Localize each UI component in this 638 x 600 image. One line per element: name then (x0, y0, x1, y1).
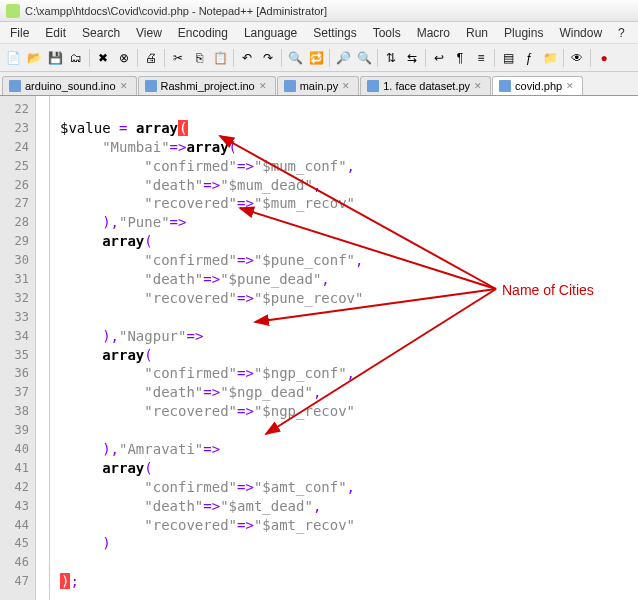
menu-settings[interactable]: Settings (305, 24, 364, 42)
line-number: 28 (0, 213, 29, 232)
undo-icon[interactable]: ↶ (237, 48, 257, 68)
code-line[interactable]: ),"Amravati"=> (60, 440, 638, 459)
code-line[interactable]: ) (60, 534, 638, 553)
code-line[interactable]: "recovered"=>"$amt_recov" (60, 516, 638, 535)
menu-tools[interactable]: Tools (365, 24, 409, 42)
line-number: 30 (0, 251, 29, 270)
open-file-icon[interactable]: 📂 (24, 48, 44, 68)
show-all-chars-icon[interactable]: ¶ (450, 48, 470, 68)
find-icon[interactable]: 🔍 (285, 48, 305, 68)
menu-language[interactable]: Language (236, 24, 305, 42)
code-line[interactable]: "confirmed"=>"$amt_conf", (60, 478, 638, 497)
menu-file[interactable]: File (2, 24, 37, 42)
tab-close-icon[interactable]: ✕ (566, 81, 576, 91)
func-list-icon[interactable]: ƒ (519, 48, 539, 68)
file-icon (145, 80, 157, 92)
line-number: 37 (0, 383, 29, 402)
menu-search[interactable]: Search (74, 24, 128, 42)
code-line[interactable]: "death"=>"$ngp_dead", (60, 383, 638, 402)
code-line[interactable] (60, 100, 638, 119)
code-line[interactable]: "death"=>"$amt_dead", (60, 497, 638, 516)
code-line[interactable]: array( (60, 459, 638, 478)
print-icon[interactable]: 🖨 (141, 48, 161, 68)
tab-rashmi-project-ino[interactable]: Rashmi_project.ino✕ (138, 76, 276, 95)
zoom-in-icon[interactable]: 🔎 (333, 48, 353, 68)
menu-view[interactable]: View (128, 24, 170, 42)
tab-close-icon[interactable]: ✕ (474, 81, 484, 91)
doc-map-icon[interactable]: ▤ (498, 48, 518, 68)
line-number: 43 (0, 497, 29, 516)
save-all-icon[interactable]: 🗂 (66, 48, 86, 68)
code-line[interactable] (60, 421, 638, 440)
line-number: 32 (0, 289, 29, 308)
zoom-out-icon[interactable]: 🔍 (354, 48, 374, 68)
code-line[interactable] (60, 553, 638, 572)
code-line[interactable]: "confirmed"=>"$mum_conf", (60, 157, 638, 176)
folder-icon[interactable]: 📁 (540, 48, 560, 68)
code-line[interactable]: "Mumbai"=>array( (60, 138, 638, 157)
monitor-icon[interactable]: 👁 (567, 48, 587, 68)
paste-icon[interactable]: 📋 (210, 48, 230, 68)
close-all-icon[interactable]: ⊗ (114, 48, 134, 68)
record-icon[interactable]: ● (594, 48, 614, 68)
code-line[interactable]: "confirmed"=>"$ngp_conf", (60, 364, 638, 383)
code-line[interactable]: ); (60, 572, 638, 591)
code-line[interactable]: array( (60, 346, 638, 365)
code-line[interactable]: array( (60, 232, 638, 251)
close-icon[interactable]: ✖ (93, 48, 113, 68)
save-icon[interactable]: 💾 (45, 48, 65, 68)
tab-1--face-dataset-py[interactable]: 1. face dataset.py✕ (360, 76, 491, 95)
replace-icon[interactable]: 🔁 (306, 48, 326, 68)
code-line[interactable]: "death"=>"$mum_dead", (60, 176, 638, 195)
sync-h-icon[interactable]: ⇆ (402, 48, 422, 68)
line-number: 25 (0, 157, 29, 176)
menu-window[interactable]: Window (551, 24, 610, 42)
annotation-label: Name of Cities (502, 281, 594, 300)
titlebar[interactable]: C:\xampp\htdocs\Covid\covid.php - Notepa… (0, 0, 638, 22)
menu-macro[interactable]: Macro (409, 24, 458, 42)
tab-close-icon[interactable]: ✕ (342, 81, 352, 91)
tab-covid-php[interactable]: covid.php✕ (492, 76, 583, 95)
menu-encoding[interactable]: Encoding (170, 24, 236, 42)
line-number: 22 (0, 100, 29, 119)
word-wrap-icon[interactable]: ↩ (429, 48, 449, 68)
line-number: 33 (0, 308, 29, 327)
line-number: 42 (0, 478, 29, 497)
new-file-icon[interactable]: 📄 (3, 48, 23, 68)
line-number: 39 (0, 421, 29, 440)
menubar: FileEditSearchViewEncodingLanguageSettin… (0, 22, 638, 44)
menu-run[interactable]: Run (458, 24, 496, 42)
code-area[interactable]: Name of Cities $value = array( "Mumbai"=… (50, 96, 638, 600)
menu-plugins[interactable]: Plugins (496, 24, 551, 42)
tab-label: 1. face dataset.py (383, 80, 470, 92)
tab-main-py[interactable]: main.py✕ (277, 76, 360, 95)
line-number: 34 (0, 327, 29, 346)
line-number: 44 (0, 516, 29, 535)
tab-close-icon[interactable]: ✕ (120, 81, 130, 91)
line-number: 27 (0, 194, 29, 213)
code-line[interactable]: ),"Nagpur"=> (60, 327, 638, 346)
menu-q[interactable]: ? (610, 24, 633, 42)
menu-edit[interactable]: Edit (37, 24, 74, 42)
code-line[interactable]: "confirmed"=>"$pune_conf", (60, 251, 638, 270)
code-line[interactable]: $value = array( (60, 119, 638, 138)
toolbar: 📄 📂 💾 🗂 ✖ ⊗ 🖨 ✂ ⎘ 📋 ↶ ↷ 🔍 🔁 🔎 🔍 ⇅ ⇆ ↩ ¶ … (0, 44, 638, 72)
code-line[interactable]: "recovered"=>"$mum_recov" (60, 194, 638, 213)
file-icon (499, 80, 511, 92)
line-number: 24 (0, 138, 29, 157)
code-line[interactable]: ),"Pune"=> (60, 213, 638, 232)
file-icon (367, 80, 379, 92)
code-line[interactable]: "recovered"=>"$ngp_recov" (60, 402, 638, 421)
line-number: 29 (0, 232, 29, 251)
indent-guide-icon[interactable]: ≡ (471, 48, 491, 68)
file-icon (9, 80, 21, 92)
sync-v-icon[interactable]: ⇅ (381, 48, 401, 68)
file-icon (284, 80, 296, 92)
tab-close-icon[interactable]: ✕ (259, 81, 269, 91)
code-line[interactable] (60, 308, 638, 327)
line-number: 23 (0, 119, 29, 138)
redo-icon[interactable]: ↷ (258, 48, 278, 68)
cut-icon[interactable]: ✂ (168, 48, 188, 68)
copy-icon[interactable]: ⎘ (189, 48, 209, 68)
tab-arduino-sound-ino[interactable]: arduino_sound.ino✕ (2, 76, 137, 95)
